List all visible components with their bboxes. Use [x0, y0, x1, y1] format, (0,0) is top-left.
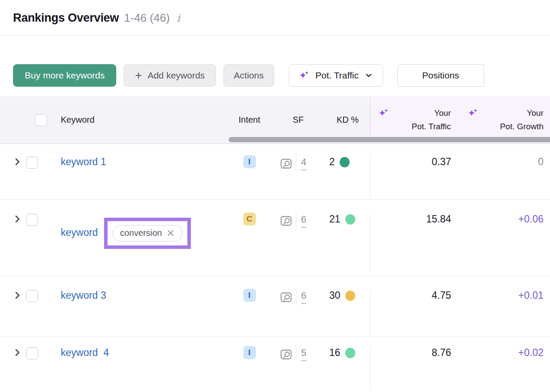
info-icon[interactable]: i: [175, 12, 182, 24]
row-checkbox-cell: [26, 289, 61, 302]
kd-value: 16: [329, 347, 340, 359]
add-keywords-label: Add keywords: [147, 70, 205, 81]
row-expand-button[interactable]: [13, 346, 26, 359]
row-checkbox-cell: [26, 346, 61, 359]
serp-features-icon[interactable]: [280, 215, 292, 227]
sf-cell: 4: [273, 155, 323, 171]
divider: [296, 153, 296, 171]
table-row: keyword 1 I 4 2 0.37: [0, 144, 550, 200]
keyword-cell: keyword 4: [61, 346, 226, 359]
column-header-kd[interactable]: KD %: [323, 115, 370, 125]
page-title: Rankings Overview: [13, 11, 119, 25]
plus-icon: +: [135, 70, 142, 82]
intent-badge[interactable]: I: [243, 346, 256, 359]
pot-traffic-label: Pot. Traffic: [315, 70, 359, 81]
column-header-pot-traffic[interactable]: Your Pot. Traffic: [370, 107, 460, 133]
tag-highlight-box: conversion: [104, 218, 191, 249]
kd-cell: 16: [323, 346, 370, 359]
intent-cell: C: [226, 212, 273, 225]
pot-growth-cell: +0.02: [460, 346, 550, 359]
row-expand-button[interactable]: [13, 155, 26, 168]
pot-growth-value: 0: [538, 156, 543, 167]
intent-cell: I: [226, 346, 273, 359]
table-row: keyword 2 conversion C: [0, 200, 550, 276]
row-checkbox[interactable]: [26, 214, 38, 226]
serp-features-icon[interactable]: [280, 349, 292, 360]
keyword-link[interactable]: keyword 4: [61, 346, 109, 359]
keyword-link[interactable]: keyword 3: [61, 289, 106, 301]
pot-traffic-value: 15.84: [426, 213, 451, 225]
serp-features-icon[interactable]: [280, 158, 292, 170]
divider: [296, 344, 296, 362]
intent-cell: I: [226, 289, 273, 302]
chevron-right-icon: [13, 348, 22, 357]
title-bar: Rankings Overview 1-46 (46) i: [0, 0, 550, 36]
pot-growth-cell: 0: [460, 155, 550, 168]
sf-cell: 5: [273, 346, 323, 362]
row-expand-button[interactable]: [13, 212, 26, 225]
row-checkbox[interactable]: [26, 347, 38, 359]
sf-cell: 6: [273, 289, 323, 305]
kd-value: 30: [329, 290, 340, 301]
keyword-cell: keyword 2 conversion: [61, 212, 226, 249]
rankings-overview-panel: Rankings Overview 1-46 (46) i Buy more k…: [0, 0, 550, 392]
row-expand-button[interactable]: [13, 289, 26, 301]
table-header-row: Keyword Intent SF KD % Your Pot. Traffic: [0, 96, 550, 144]
actions-button[interactable]: Actions: [223, 64, 274, 87]
sf-count[interactable]: 6: [301, 214, 306, 228]
intent-cell: I: [226, 155, 273, 168]
kd-value: 2: [329, 156, 335, 168]
tag-remove-icon[interactable]: [167, 229, 175, 237]
row-checkbox[interactable]: [26, 290, 38, 302]
positions-button[interactable]: Positions: [397, 64, 484, 87]
pot-traffic-value: 4.75: [432, 290, 451, 301]
keyword-cell: keyword 3: [61, 289, 226, 301]
table-row: keyword 3 I 6 30 4.75: [0, 276, 550, 337]
pot-traffic-dropdown[interactable]: Pot. Traffic: [289, 64, 383, 87]
horizontal-scrollbar[interactable]: [229, 137, 550, 142]
sf-cell: 6: [273, 212, 323, 229]
buy-more-keywords-button[interactable]: Buy more keywords: [13, 64, 116, 87]
sf-count[interactable]: 4: [301, 157, 306, 170]
kd-difficulty-dot: [340, 157, 350, 167]
sf-count[interactable]: 5: [301, 347, 306, 361]
pot-growth-header-label: Your Pot. Growth: [500, 107, 550, 133]
divider: [296, 287, 296, 305]
kd-difficulty-dot: [345, 348, 355, 358]
row-checkbox-cell: [26, 155, 61, 169]
kd-difficulty-dot: [345, 214, 355, 225]
row-checkbox[interactable]: [26, 157, 38, 169]
select-all-checkbox[interactable]: [35, 114, 47, 126]
rankings-table: Keyword Intent SF KD % Your Pot. Traffic: [0, 96, 550, 389]
sf-count[interactable]: 6: [301, 290, 306, 304]
column-header-sf[interactable]: SF: [273, 115, 323, 125]
column-header-intent[interactable]: Intent: [226, 115, 273, 125]
keyword-tag: conversion: [112, 225, 183, 242]
intent-badge[interactable]: C: [243, 212, 256, 225]
kd-value: 21: [329, 213, 340, 225]
add-keywords-button[interactable]: + Add keywords: [124, 64, 216, 87]
pot-traffic-cell: 8.76: [370, 346, 460, 389]
tag-label: conversion: [120, 228, 162, 238]
ai-sparkle-icon: [468, 108, 478, 119]
pot-traffic-value: 8.76: [432, 347, 451, 358]
pot-traffic-cell: 0.37: [370, 155, 460, 199]
chevron-down-icon: [364, 71, 373, 80]
ai-sparkle-icon: [299, 70, 310, 81]
column-header-pot-growth[interactable]: Your Pot. Growth: [460, 107, 550, 133]
keyword-link[interactable]: keyword 1: [61, 155, 106, 168]
pot-traffic-cell: 15.84: [370, 212, 460, 276]
kd-cell: 30: [323, 289, 370, 301]
results-range: 1-46 (46): [124, 11, 170, 25]
intent-badge[interactable]: I: [243, 155, 256, 168]
keyword-link[interactable]: keyword 2: [61, 226, 109, 238]
chevron-right-icon: [13, 291, 22, 300]
header-checkbox-cell: [13, 114, 61, 126]
pot-traffic-cell: 4.75: [370, 289, 460, 336]
serp-features-icon[interactable]: [280, 291, 292, 303]
column-header-keyword[interactable]: Keyword: [61, 115, 226, 125]
pot-growth-value: +0.01: [518, 290, 543, 301]
intent-badge[interactable]: I: [243, 289, 256, 302]
chevron-right-icon: [13, 215, 22, 223]
pot-growth-value: +0.06: [518, 213, 543, 225]
